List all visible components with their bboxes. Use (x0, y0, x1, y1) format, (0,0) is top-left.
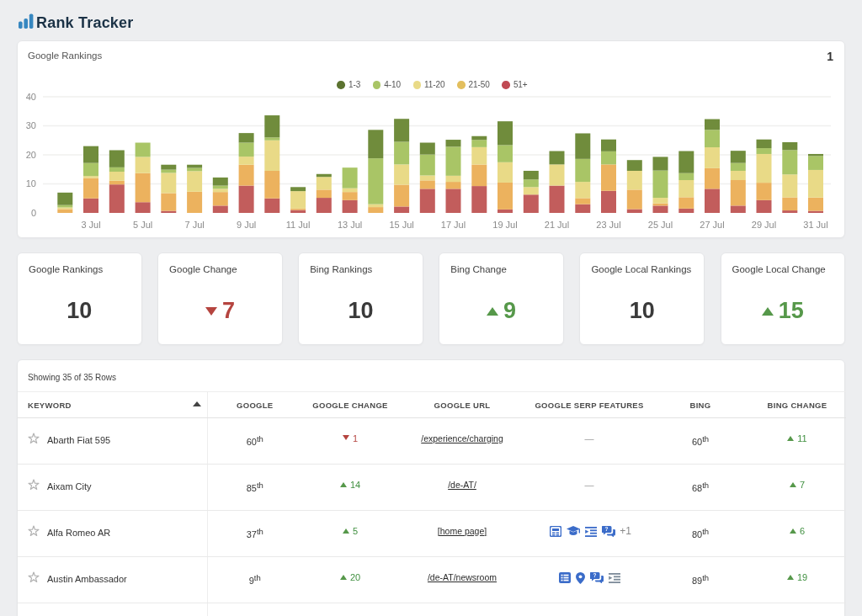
svg-text:0: 0 (31, 208, 36, 218)
svg-text:19 Jul: 19 Jul (492, 220, 517, 230)
svg-text:15 Jul: 15 Jul (389, 220, 413, 230)
svg-text:20: 20 (26, 150, 36, 160)
svg-text:5 Jul: 5 Jul (133, 220, 152, 230)
svg-text:17 Jul: 17 Jul (441, 220, 466, 230)
svg-text:3 Jul: 3 Jul (81, 220, 100, 230)
svg-text:10: 10 (26, 178, 36, 189)
svg-text:30: 30 (26, 120, 36, 130)
svg-text:11 Jul: 11 Jul (286, 220, 311, 230)
svg-text:9 Jul: 9 Jul (237, 220, 256, 230)
svg-text:40: 40 (26, 92, 36, 102)
svg-text:25 Jul: 25 Jul (648, 220, 673, 230)
svg-text:?: ? (593, 572, 596, 578)
svg-text:29 Jul: 29 Jul (752, 220, 776, 230)
svg-text:7 Jul: 7 Jul (184, 220, 204, 230)
svg-text:13 Jul: 13 Jul (338, 220, 362, 230)
svg-text:31 Jul: 31 Jul (803, 220, 827, 230)
svg-text:?: ? (605, 526, 609, 532)
svg-text:27 Jul: 27 Jul (700, 220, 724, 230)
svg-text:23 Jul: 23 Jul (596, 220, 620, 230)
svg-text:21 Jul: 21 Jul (545, 220, 569, 230)
